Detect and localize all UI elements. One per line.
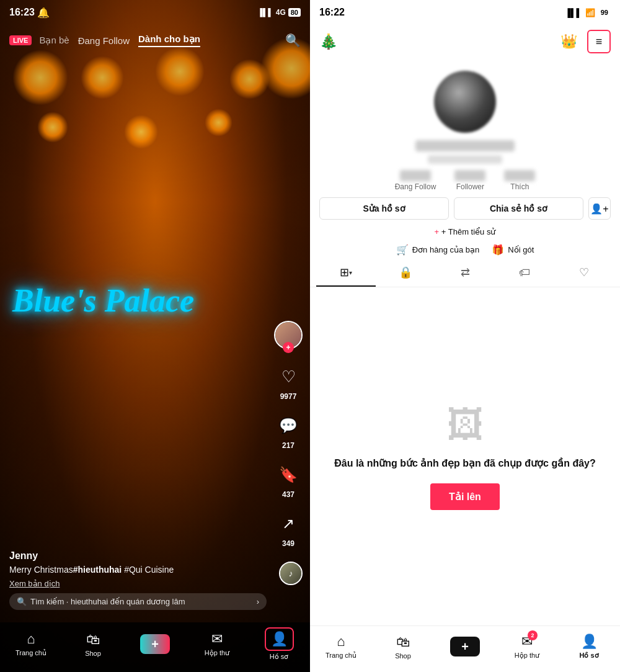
avatar-section	[310, 58, 620, 170]
follow-plus-badge[interactable]: +	[283, 342, 294, 353]
mailbox-badge: 2	[528, 630, 538, 640]
caption-text: Merry Christmas	[9, 565, 73, 575]
hashtag1[interactable]: #hieuthuhai	[73, 565, 122, 575]
r-home-icon: ⌂	[337, 634, 345, 650]
gift-icon: 🎁	[492, 244, 504, 256]
search-icon[interactable]: 🔍	[285, 33, 301, 48]
mailbox-badge-container: ✉ 2	[521, 634, 533, 650]
status-bar-right: 16:22 ▐▌▌ 📶 99	[310, 0, 620, 25]
tab-grid[interactable]: ⊞ ▾	[316, 259, 376, 287]
nav-danh-cho-ban[interactable]: Dành cho bạn	[138, 34, 200, 47]
video-info: Jenny Merry Christmas#hieuthuhai #Qui Cu…	[9, 550, 267, 610]
trang-chu-label: Trang chủ	[16, 649, 46, 657]
creator-avatar-container: +	[274, 321, 303, 349]
menu-button[interactable]: ≡	[587, 30, 611, 53]
share-count: 349	[282, 539, 294, 548]
stat-followers[interactable]: Follower	[454, 170, 485, 191]
stat-following[interactable]: Đang Follow	[395, 170, 436, 191]
r-nav-ho-so[interactable]: 👤 Hồ sơ	[558, 634, 620, 660]
following-blurred	[400, 170, 431, 181]
r-ho-so-label: Hồ sơ	[579, 652, 598, 660]
live-badge[interactable]: LIVE	[9, 35, 32, 45]
tab-tagged[interactable]: 🏷	[495, 259, 554, 287]
venue-name: Blue's Palace	[12, 282, 194, 319]
nav-ho-so[interactable]: 👤 Hồ sơ	[248, 627, 310, 661]
nav-shop[interactable]: 🛍 Shop	[62, 632, 124, 657]
video-username: Jenny	[9, 550, 267, 562]
hashtag2[interactable]: #Qui	[124, 565, 143, 575]
translate-link[interactable]: Xem bản dịch	[9, 579, 267, 588]
stats-row: Đang Follow Follower Thích	[310, 170, 620, 191]
empty-photo-icon: 🖼	[446, 403, 484, 446]
repost-icon: ⇄	[461, 266, 470, 279]
edit-profile-button[interactable]: Sửa hồ sơ	[319, 197, 449, 220]
empty-state: 🖼 Đâu là những bức ảnh đẹp bạn đã chụp đ…	[310, 287, 620, 625]
don-hang-label: Đơn hàng của bạn	[412, 245, 480, 254]
home-icon: ⌂	[27, 631, 35, 647]
nav-trang-chu[interactable]: ⌂ Trang chủ	[0, 631, 62, 657]
don-hang-button[interactable]: 🛒 Đơn hàng của bạn	[396, 244, 480, 256]
share-icon: ↗	[275, 510, 302, 537]
network-type: 4G	[276, 8, 286, 17]
liked-icon: ♡	[579, 266, 589, 279]
signal-right: ▐▌▌	[565, 8, 582, 17]
grid-icon: ⊞	[340, 266, 349, 279]
signal-bars: ▐▌▌	[257, 8, 273, 17]
stat-likes[interactable]: Thích	[504, 170, 535, 191]
heart-icon: ♡	[275, 363, 302, 390]
battery-right: 99	[598, 8, 611, 17]
cart-icon: 🛒	[396, 244, 409, 256]
add-bio[interactable]: + + Thêm tiểu sử	[310, 225, 620, 240]
r-nav-hop-thu[interactable]: ✉ 2 Hộp thư	[496, 634, 558, 660]
order-row: 🛒 Đơn hàng của bạn 🎁 Nối gót	[310, 240, 620, 259]
share-profile-button[interactable]: Chia sẻ hồ sơ	[454, 197, 583, 220]
likes-blurred	[504, 170, 535, 181]
noi-got-button[interactable]: 🎁 Nối gót	[492, 244, 534, 256]
tab-repost[interactable]: ⇄	[435, 259, 495, 287]
music-avatar[interactable]: ♪	[279, 562, 303, 585]
upload-button[interactable]: Tải lên	[430, 483, 500, 510]
user-icon-left: 👤	[271, 631, 288, 647]
r-create-plus-icon: +	[450, 637, 480, 656]
right-panel: 16:22 ▐▌▌ 📶 99 🎄 👑 ≡ Đang Follow Followe…	[310, 0, 620, 672]
likes-label: Thích	[510, 182, 529, 191]
hop-thu-label: Hộp thư	[205, 649, 229, 657]
ho-so-label: Hồ sơ	[270, 653, 289, 661]
nav-ban-be[interactable]: Bạn bè	[39, 35, 69, 46]
battery-left: 80	[288, 8, 301, 17]
tab-private[interactable]: 🔒	[376, 259, 435, 287]
nav-hop-thu[interactable]: ✉ Hộp thư	[186, 631, 248, 657]
share-button[interactable]: ↗ 349	[275, 510, 302, 548]
bookmark-button[interactable]: 🔖 437	[275, 461, 302, 499]
comment-button[interactable]: 💬 217	[275, 412, 302, 450]
r-nav-shop[interactable]: 🛍 Shop	[372, 634, 434, 660]
search-bar[interactable]: 🔍 Tìm kiếm · hieuthuhai đến quán dương l…	[9, 593, 267, 610]
r-shop-label: Shop	[395, 652, 411, 660]
plus-icon-bio: +	[435, 227, 440, 236]
time-right: 16:22	[319, 7, 345, 18]
ho-so-active-box: 👤	[265, 627, 294, 651]
add-person-icon: 👤+	[590, 203, 608, 215]
caption-rest: Cuisine	[143, 565, 174, 575]
r-user-icon: 👤	[581, 634, 598, 650]
tab-liked[interactable]: ♡	[554, 259, 614, 287]
lock-icon: 🔒	[399, 266, 412, 279]
followers-label: Follower	[456, 182, 484, 191]
r-nav-create[interactable]: +	[434, 637, 496, 656]
like-count: 9977	[280, 392, 297, 401]
search-icon-bottom: 🔍	[17, 597, 27, 606]
mailbox-icon: ✉	[211, 631, 223, 647]
like-button[interactable]: ♡ 9977	[275, 363, 302, 401]
wifi-icon: 📶	[585, 8, 595, 17]
nav-dang-follow[interactable]: Đang Follow	[78, 35, 130, 46]
followers-blurred	[454, 170, 485, 181]
add-friend-button[interactable]: 👤+	[588, 197, 611, 220]
shop-icon: 🛍	[86, 632, 100, 648]
profile-handle-blurred	[428, 155, 502, 164]
nav-create[interactable]: +	[124, 634, 186, 654]
empty-text: Đâu là những bức ảnh đẹp bạn đã chụp đượ…	[334, 456, 596, 471]
status-icons-right: ▐▌▌ 📶 99	[565, 8, 611, 17]
r-nav-trang-chu[interactable]: ⌂ Trang chủ	[310, 634, 372, 660]
crown-icon[interactable]: 👑	[560, 34, 577, 50]
time-left: 16:23	[9, 7, 35, 18]
